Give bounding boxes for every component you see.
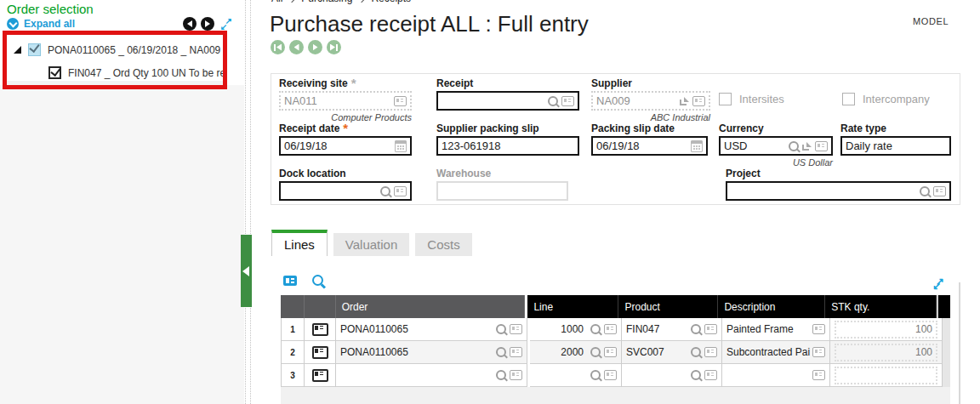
previous-record-button[interactable] [289, 40, 304, 54]
first-record-button[interactable] [271, 40, 285, 54]
previous-selection-button[interactable] [183, 17, 197, 31]
tab-costs[interactable]: Costs [415, 233, 471, 256]
breadcrumb-item-purchasing[interactable]: Purchasing [301, 0, 352, 4]
column-header-line[interactable]: Line [527, 295, 618, 318]
line-cell[interactable]: 2000 [530, 341, 622, 364]
row-number-cell[interactable]: 2 [281, 341, 305, 364]
calendar-icon[interactable] [395, 140, 407, 152]
lookup-magnifier-icon[interactable] [691, 324, 701, 334]
lookup-magnifier-icon[interactable] [496, 347, 506, 357]
selection-grid-icon[interactable] [704, 324, 717, 334]
product-cell[interactable]: FIN047 [622, 318, 722, 341]
warehouse-input [442, 185, 563, 197]
lookup-magnifier-icon[interactable] [920, 186, 930, 196]
lookup-magnifier-icon[interactable] [691, 347, 701, 357]
grid-scrollbar[interactable] [959, 282, 960, 404]
selection-grid-icon[interactable] [510, 370, 522, 380]
lookup-magnifier-icon[interactable] [548, 96, 558, 106]
expand-grid-icon[interactable]: ↗↙ [932, 278, 944, 289]
lookup-magnifier-icon[interactable] [590, 324, 601, 334]
row-detail-button[interactable] [305, 318, 336, 341]
selection-grid-icon[interactable] [812, 324, 825, 334]
tree-node-order[interactable]: PONA0110065 _ 06/19/2018 _ NA009 [14, 43, 220, 56]
selection-grid-icon[interactable] [394, 96, 407, 106]
tab-lines[interactable]: Lines [271, 230, 328, 256]
receipt-date-input[interactable] [284, 139, 391, 152]
selection-grid-icon[interactable] [812, 347, 825, 357]
breadcrumb-item-all[interactable]: All [271, 0, 282, 4]
description-cell[interactable]: Painted Frame [722, 318, 830, 341]
tree-expanded-caret-icon[interactable] [14, 46, 21, 54]
dock-location-input[interactable] [284, 185, 377, 197]
intersites-checkbox[interactable] [719, 93, 732, 105]
column-header-stk-qty[interactable]: STK qty. [825, 295, 937, 318]
description-cell[interactable]: Subcontracted Painting [722, 341, 830, 364]
line-checkbox[interactable] [48, 66, 61, 79]
jump-to-record-icon[interactable] [680, 97, 689, 105]
selection-grid-icon[interactable] [394, 186, 407, 196]
column-header-order[interactable]: Order [336, 295, 526, 318]
column-header-description[interactable]: Description [718, 295, 825, 318]
panel-separator[interactable] [245, 0, 251, 404]
model-menu[interactable]: MODEL [913, 16, 949, 26]
selection-grid-icon[interactable] [604, 370, 617, 380]
selection-grid-icon[interactable] [812, 370, 825, 380]
lookup-magnifier-icon[interactable] [789, 141, 799, 151]
tree-node-line[interactable]: FIN047 _ Ord Qty 100 UN To be received 1… [48, 66, 227, 79]
intercompany-checkbox[interactable] [842, 93, 855, 105]
expand-left-panel-icon[interactable]: ↗↙ [220, 19, 232, 30]
order-cell[interactable]: PONA0110065 [336, 318, 527, 341]
left-arrow-icon [187, 20, 192, 27]
currency-input[interactable] [724, 139, 785, 152]
column-header-product[interactable]: Product [618, 295, 718, 318]
selection-grid-icon[interactable] [604, 324, 617, 334]
row-number-cell[interactable]: 1 [281, 318, 305, 341]
line-cell[interactable]: 1000 [530, 318, 622, 341]
selection-grid-icon[interactable] [561, 96, 574, 106]
selection-grid-icon[interactable] [933, 186, 946, 196]
packing-slip-date-input[interactable] [596, 139, 687, 152]
selection-grid-icon[interactable] [692, 96, 705, 106]
selection-grid-icon[interactable] [604, 347, 617, 357]
calendar-icon[interactable] [691, 140, 703, 152]
right-arrow-icon [205, 20, 210, 27]
lookup-magnifier-icon[interactable] [380, 186, 390, 196]
row-detail-button[interactable] [305, 364, 336, 387]
lookup-magnifier-icon[interactable] [691, 370, 701, 380]
order-cell[interactable]: PONA0110065 [336, 341, 527, 364]
product-cell[interactable]: SVC007 [622, 341, 722, 364]
next-record-button[interactable] [308, 40, 322, 54]
grid-search-icon[interactable] [312, 275, 323, 286]
receiving-site-input[interactable] [284, 94, 390, 107]
row-detail-button[interactable] [305, 341, 336, 364]
row-number-cell[interactable]: 3 [281, 364, 305, 387]
selection-grid-icon[interactable] [704, 347, 717, 357]
project-input[interactable] [731, 185, 916, 197]
receipt-input[interactable] [442, 94, 544, 107]
tab-valuation[interactable]: Valuation [333, 233, 409, 256]
grid-card-view-icon[interactable] [283, 276, 297, 286]
selection-grid-icon[interactable] [815, 141, 828, 151]
description-cell[interactable] [722, 364, 830, 387]
collapse-panel-handle[interactable] [241, 235, 252, 307]
selection-grid-icon[interactable] [510, 347, 522, 357]
next-selection-button[interactable] [201, 17, 214, 31]
supplier-input[interactable] [596, 94, 676, 107]
line-cell[interactable] [530, 364, 622, 387]
lookup-magnifier-icon[interactable] [590, 347, 601, 357]
product-cell[interactable] [622, 364, 722, 387]
order-cell[interactable] [336, 364, 527, 387]
breadcrumb-item-receipts[interactable]: Receipts [371, 0, 411, 4]
lookup-magnifier-icon[interactable] [496, 370, 506, 380]
column-header-stub [938, 295, 950, 318]
last-record-button[interactable] [327, 40, 341, 54]
lookup-magnifier-icon[interactable] [590, 370, 601, 380]
lookup-magnifier-icon[interactable] [496, 324, 506, 334]
selection-grid-icon[interactable] [510, 324, 522, 334]
selection-grid-icon[interactable] [704, 370, 717, 380]
supplier-packing-slip-input[interactable] [442, 139, 574, 152]
expand-all-link[interactable]: Expand all [7, 18, 75, 30]
jump-to-record-icon[interactable] [802, 142, 812, 151]
order-checkbox[interactable] [28, 43, 41, 56]
rate-type-input[interactable] [846, 139, 946, 152]
